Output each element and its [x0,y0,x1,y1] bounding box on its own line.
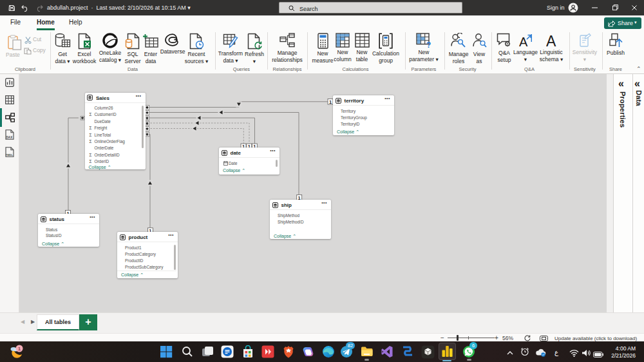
svg-text:?: ? [426,41,431,48]
svg-text:1: 1 [18,346,21,352]
svg-text:TMDL: TMDL [6,153,14,157]
svg-text:A: A [546,33,556,48]
svg-text:1: 1 [329,99,332,105]
svg-text:DAX: DAX [6,136,14,139]
